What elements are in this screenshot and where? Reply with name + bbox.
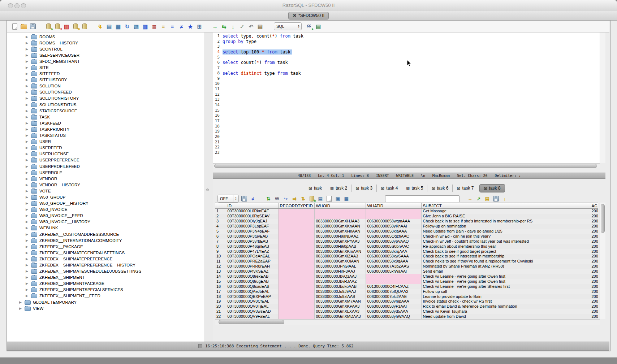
table-cell[interactable]: Rick to email David & reference Delmonte… — [421, 304, 590, 309]
close-tab-icon[interactable]: ⊠ — [330, 186, 334, 190]
editor-line[interactable] — [223, 134, 600, 140]
disclosure-triangle-icon[interactable]: ▶ — [26, 66, 31, 69]
table-cell[interactable]: 006300000058xlaAAA — [366, 229, 421, 234]
table-cell[interactable]: 00630000007A3bZAAS — [366, 264, 421, 269]
table-row[interactable]: 1200T3000000PRR8rEAH0033000000JFhGlAAL00… — [215, 264, 598, 269]
favorites-icon[interactable]: ★ — [187, 23, 194, 30]
table-cell[interactable]: 006300000058yd5AAA — [366, 309, 421, 314]
table-cell[interactable]: Check w/ Leanne - we're going after Owen… — [421, 274, 590, 279]
execute-all-icon[interactable]: ⇆ — [220, 23, 228, 30]
disclosure-triangle-icon[interactable]: ▶ — [26, 53, 31, 57]
disclosure-triangle-icon[interactable]: ▶ — [26, 282, 31, 285]
editor-line[interactable] — [223, 124, 600, 129]
table-cell[interactable] — [278, 314, 314, 319]
tree-item-task[interactable]: ▶TASK — [7, 114, 204, 120]
tree-item-w50-invoice-history[interactable]: ▶W50_INVOICE__HISTORY — [7, 219, 204, 225]
disclosure-triangle-icon[interactable]: ▶ — [26, 152, 31, 156]
table-cell[interactable]: 00T3000000OiyJgEAJ — [226, 219, 278, 224]
column-header-subject[interactable]: SUBJECT — [421, 203, 590, 209]
table-cell[interactable]: 0033000000JbukoAAB — [314, 284, 366, 289]
tree-item-solutionhistory[interactable]: ▶SOLUTIONHISTORY — [7, 95, 204, 101]
tree-item-zkfedex-shipment[interactable]: ▶ZKFEDEX__SHIPMENT — [7, 274, 204, 281]
editor-line[interactable] — [223, 81, 600, 87]
sort-descending-icon[interactable]: ≡ — [160, 23, 167, 30]
table-cell[interactable]: 00T3000000Q8rugEAB — [226, 279, 278, 284]
close-tab-icon[interactable]: ⊠ — [355, 186, 359, 190]
editor-line[interactable] — [223, 108, 600, 113]
disclosure-triangle-icon[interactable]: ▶ — [26, 208, 31, 211]
table-cell[interactable]: 006300000058yKhAAI — [366, 224, 421, 229]
table-cell[interactable]: Invoice status check - check w/ RS first — [421, 299, 590, 304]
result-tab-task-5[interactable]: ⊠task 5 — [402, 185, 427, 192]
table-cell[interactable]: 0033000000GmXOiAAN — [314, 259, 366, 264]
disclosure-triangle-icon[interactable]: ▶ — [26, 189, 31, 193]
tree-item-vote[interactable]: ▶VOTE — [7, 188, 204, 194]
tree-item-solutionfeed[interactable]: ▶SOLUTIONFEED — [7, 89, 204, 95]
tree-item-zkfedex-shipmatescheduledjobssettings[interactable]: ▶ZKFEDEX__SHIPMATESCHEDULEDJOBSSETTINGS — [7, 268, 204, 274]
table-row[interactable]: 300T3000000OiyJgEAJ0033000000GmXHJAA3006… — [215, 219, 598, 224]
table-cell[interactable]: 200 — [590, 234, 598, 239]
table-cell[interactable]: 00T3000000QV9FaEAL — [226, 314, 278, 319]
dropdown-stepper-icon[interactable]: ▲▼ — [296, 23, 301, 30]
tree-item-userpreference[interactable]: ▶USERPREFERENCE — [7, 157, 204, 163]
table-cell[interactable]: 200 — [590, 299, 598, 304]
table-cell[interactable]: 00T3000000L0RqSEAV — [226, 214, 278, 219]
table-cell[interactable]: 200 — [590, 214, 598, 219]
disclosure-triangle-icon[interactable]: ▶ — [26, 121, 31, 125]
commit-icon[interactable]: ✓ — [238, 23, 246, 30]
table-cell[interactable]: 006300000058ympAAA — [366, 299, 421, 304]
table-cell[interactable]: 0033000000H9i0pAAB — [314, 244, 366, 249]
rollback-icon[interactable]: ↶ — [247, 23, 255, 30]
disclosure-triangle-icon[interactable]: ▶ — [26, 214, 31, 217]
columns-icon[interactable]: ▤ — [317, 195, 324, 202]
table-cell[interactable]: 200 — [590, 289, 598, 294]
table-cell[interactable]: 00T3000000QBXPeEAP — [226, 294, 278, 299]
disclosure-triangle-icon[interactable]: ▶ — [26, 158, 31, 162]
execute-statement-icon[interactable]: → — [211, 23, 219, 30]
column-header-whoid[interactable]: WHOID — [314, 203, 366, 209]
disclosure-triangle-icon[interactable]: ▶ — [26, 294, 31, 298]
tree-item-rooms[interactable]: ▶ROOMS — [7, 34, 204, 40]
disclosure-triangle-icon[interactable]: ▶ — [26, 127, 31, 131]
connect-icon[interactable]: ▸ — [45, 23, 52, 30]
filter-edit-icon[interactable]: ≠ — [250, 195, 256, 202]
disclosure-triangle-icon[interactable]: ▶ — [26, 41, 31, 45]
disclosure-triangle-icon[interactable]: ▶ — [26, 90, 31, 94]
table-cell[interactable]: 0033000000GmXHnAAN — [314, 229, 366, 234]
editor-line[interactable]: select distinct type from task — [223, 71, 600, 76]
table-row[interactable]: 2100T3000000QV8wsEAD0033000000GmXLXAA300… — [215, 309, 598, 314]
disclosure-triangle-icon[interactable]: ▶ — [26, 239, 31, 242]
table-cell[interactable] — [278, 239, 314, 244]
sort-rows-icon[interactable]: ⇅ — [300, 195, 306, 202]
scrollbar-thumb[interactable] — [219, 320, 284, 324]
close-tab-icon[interactable]: ⊠ — [406, 186, 410, 190]
table-cell[interactable]: Get Massage — [421, 209, 590, 214]
table-cell[interactable]: 00T3000000QV8CfEAL — [226, 299, 278, 304]
tree-item-zkfedex-customaddresssource[interactable]: ▶ZKFEDEX__CUSTOMADDRESSSOURCE — [7, 231, 204, 237]
copy-icon[interactable]: ▣ — [335, 195, 341, 202]
editor-line[interactable] — [223, 113, 600, 118]
disclosure-triangle-icon[interactable]: ▶ — [26, 195, 31, 199]
table-cell[interactable]: Check w/ Kevin Tsujihara — [421, 309, 590, 314]
editor-code-area[interactable]: select type, count(*) from taskgroup by … — [223, 34, 600, 156]
table-cell[interactable]: 006300000058wgmAAA — [366, 219, 421, 224]
close-document-icon[interactable]: ⊠ — [293, 13, 296, 18]
editor-line[interactable] — [223, 76, 600, 82]
table-cell[interactable]: 006300000058xrqAAA — [366, 249, 421, 254]
table-row[interactable]: 1400T3000000Q8rexEAB0033000000JbvQzAAJCh… — [215, 274, 598, 279]
table-cell[interactable]: Nominated by Shane Freeman at ANZ (HR50) — [421, 264, 590, 269]
table-cell[interactable] — [278, 254, 314, 259]
sql-editor[interactable]: 1234567891011121314151617181920212223 se… — [213, 32, 600, 163]
execute-lightning-icon[interactable]: ↯ — [96, 23, 104, 30]
editor-line[interactable] — [223, 150, 600, 156]
table-row[interactable]: 200T3000000L0RqSEAVGive Jenn a BIG RAISE… — [215, 214, 598, 219]
editor-line[interactable] — [223, 129, 600, 134]
table-cell[interactable]: 200 — [590, 274, 598, 279]
table-row[interactable]: 2200T3000000QV9FaEAL0033000000GmXMDAA300… — [215, 314, 598, 319]
tree-item-sfdc-registrant[interactable]: ▶SFDC_REGISTRANT — [7, 58, 204, 64]
table-cell[interactable]: 00T3000000P46qnEAB — [226, 244, 278, 249]
table-cell[interactable]: 0033000000GmXKnAAN — [314, 224, 366, 229]
table-row[interactable]: 1700T3000000QAeJbEAL0033000000Ju9J9AAJ00… — [215, 289, 598, 294]
table-cell[interactable]: 0013000000C4fFCAAZ — [366, 284, 421, 289]
table-cell[interactable]: 0033000000Ju9zlAAB — [314, 294, 366, 299]
